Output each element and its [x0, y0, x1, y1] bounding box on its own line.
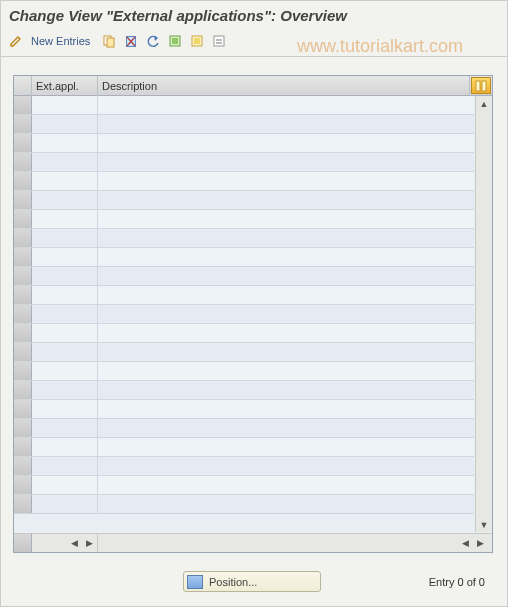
- column-header-ext-appl[interactable]: Ext.appl.: [32, 76, 98, 96]
- copy-icon[interactable]: [100, 32, 118, 50]
- table-row[interactable]: [14, 286, 474, 305]
- table-row[interactable]: [14, 210, 474, 229]
- cell-ext-appl[interactable]: [32, 248, 98, 266]
- row-selector[interactable]: [14, 305, 32, 323]
- table-row[interactable]: [14, 115, 474, 134]
- cell-description[interactable]: [98, 419, 474, 437]
- cell-description[interactable]: [98, 191, 474, 209]
- cell-ext-appl[interactable]: [32, 210, 98, 228]
- scroll-left-icon[interactable]: ◀: [67, 536, 82, 551]
- cell-description[interactable]: [98, 115, 474, 133]
- table-row[interactable]: [14, 191, 474, 210]
- row-selector[interactable]: [14, 286, 32, 304]
- cell-description[interactable]: [98, 324, 474, 342]
- change-icon[interactable]: [7, 32, 25, 50]
- table-row[interactable]: [14, 419, 474, 438]
- cell-ext-appl[interactable]: [32, 96, 98, 114]
- row-selector[interactable]: [14, 419, 32, 437]
- row-selector[interactable]: [14, 153, 32, 171]
- table-row[interactable]: [14, 495, 474, 514]
- table-row[interactable]: [14, 343, 474, 362]
- cell-ext-appl[interactable]: [32, 476, 98, 494]
- cell-description[interactable]: [98, 438, 474, 456]
- cell-ext-appl[interactable]: [32, 305, 98, 323]
- hscroll-track[interactable]: [98, 534, 458, 552]
- cell-description[interactable]: [98, 248, 474, 266]
- table-row[interactable]: [14, 267, 474, 286]
- row-selector[interactable]: [14, 476, 32, 494]
- table-row[interactable]: [14, 381, 474, 400]
- table-row[interactable]: [14, 476, 474, 495]
- scroll-left-end-icon[interactable]: ◀: [458, 536, 473, 551]
- table-row[interactable]: [14, 96, 474, 115]
- cell-description[interactable]: [98, 96, 474, 114]
- cell-description[interactable]: [98, 495, 474, 513]
- row-selector[interactable]: [14, 210, 32, 228]
- table-row[interactable]: [14, 438, 474, 457]
- configure-columns-icon[interactable]: [471, 77, 491, 94]
- column-header-description[interactable]: Description: [98, 76, 470, 96]
- column-header-selector[interactable]: [14, 76, 32, 96]
- cell-ext-appl[interactable]: [32, 400, 98, 418]
- row-selector[interactable]: [14, 495, 32, 513]
- new-entries-button[interactable]: New Entries: [29, 33, 96, 49]
- row-selector[interactable]: [14, 191, 32, 209]
- row-selector[interactable]: [14, 362, 32, 380]
- row-selector[interactable]: [14, 457, 32, 475]
- cell-ext-appl[interactable]: [32, 229, 98, 247]
- cell-description[interactable]: [98, 172, 474, 190]
- scroll-down-icon[interactable]: ▼: [477, 517, 492, 532]
- cell-description[interactable]: [98, 229, 474, 247]
- row-selector[interactable]: [14, 134, 32, 152]
- cell-ext-appl[interactable]: [32, 362, 98, 380]
- cell-description[interactable]: [98, 210, 474, 228]
- cell-description[interactable]: [98, 267, 474, 285]
- cell-description[interactable]: [98, 400, 474, 418]
- cell-ext-appl[interactable]: [32, 324, 98, 342]
- cell-description[interactable]: [98, 286, 474, 304]
- table-row[interactable]: [14, 172, 474, 191]
- table-row[interactable]: [14, 305, 474, 324]
- table-row[interactable]: [14, 362, 474, 381]
- table-row[interactable]: [14, 134, 474, 153]
- position-button[interactable]: Position...: [183, 571, 321, 592]
- cell-ext-appl[interactable]: [32, 153, 98, 171]
- cell-ext-appl[interactable]: [32, 134, 98, 152]
- cell-description[interactable]: [98, 343, 474, 361]
- table-row[interactable]: [14, 324, 474, 343]
- row-selector[interactable]: [14, 115, 32, 133]
- row-selector[interactable]: [14, 381, 32, 399]
- table-row[interactable]: [14, 248, 474, 267]
- cell-description[interactable]: [98, 476, 474, 494]
- table-row[interactable]: [14, 153, 474, 172]
- row-selector[interactable]: [14, 96, 32, 114]
- cell-ext-appl[interactable]: [32, 191, 98, 209]
- row-selector[interactable]: [14, 438, 32, 456]
- deselect-all-icon[interactable]: [210, 32, 228, 50]
- cell-ext-appl[interactable]: [32, 438, 98, 456]
- row-selector[interactable]: [14, 324, 32, 342]
- select-all-icon[interactable]: [166, 32, 184, 50]
- cell-ext-appl[interactable]: [32, 343, 98, 361]
- cell-description[interactable]: [98, 134, 474, 152]
- cell-ext-appl[interactable]: [32, 286, 98, 304]
- cell-ext-appl[interactable]: [32, 115, 98, 133]
- delete-icon[interactable]: [122, 32, 140, 50]
- table-row[interactable]: [14, 229, 474, 248]
- scroll-right-end-icon[interactable]: ▶: [473, 536, 488, 551]
- cell-description[interactable]: [98, 305, 474, 323]
- row-selector[interactable]: [14, 172, 32, 190]
- cell-ext-appl[interactable]: [32, 267, 98, 285]
- row-selector[interactable]: [14, 229, 32, 247]
- cell-ext-appl[interactable]: [32, 381, 98, 399]
- select-block-icon[interactable]: [188, 32, 206, 50]
- table-row[interactable]: [14, 400, 474, 419]
- cell-description[interactable]: [98, 457, 474, 475]
- cell-ext-appl[interactable]: [32, 495, 98, 513]
- cell-ext-appl[interactable]: [32, 457, 98, 475]
- cell-ext-appl[interactable]: [32, 172, 98, 190]
- cell-ext-appl[interactable]: [32, 419, 98, 437]
- vertical-scrollbar[interactable]: ▲ ▼: [475, 96, 492, 532]
- row-selector[interactable]: [14, 343, 32, 361]
- row-selector[interactable]: [14, 400, 32, 418]
